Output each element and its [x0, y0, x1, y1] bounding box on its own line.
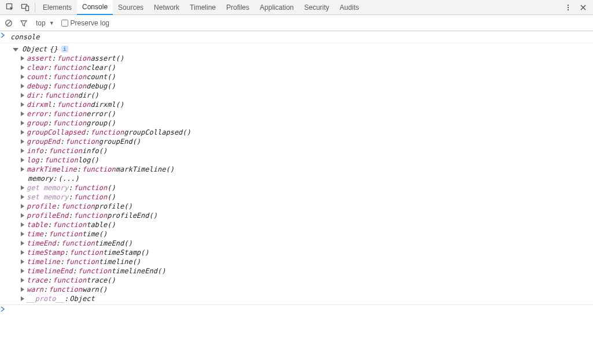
object-property[interactable]: profile: function profile()	[21, 202, 593, 211]
function-keyword: function	[53, 109, 86, 118]
function-name: warn()	[82, 285, 107, 294]
object-property[interactable]: timeStamp: function timeStamp()	[21, 248, 593, 257]
expand-toggle-icon[interactable]	[21, 84, 24, 88]
object-property[interactable]: clear: function clear()	[21, 63, 593, 72]
expand-toggle-icon[interactable]	[21, 195, 24, 199]
expand-toggle-icon[interactable]	[21, 222, 24, 227]
expand-toggle-icon[interactable]	[21, 287, 24, 292]
expand-toggle-icon[interactable]	[21, 65, 24, 70]
svg-rect-2	[25, 6, 28, 11]
property-value: (...)	[58, 174, 79, 183]
object-property[interactable]: count: function count()	[21, 72, 593, 81]
expand-toggle-icon[interactable]	[21, 56, 24, 61]
object-property[interactable]: assert: function assert()	[21, 54, 593, 63]
function-keyword: function	[45, 155, 78, 165]
expand-toggle-icon[interactable]	[21, 213, 24, 218]
device-toolbar-icon[interactable]	[17, 1, 32, 14]
object-property[interactable]: groupEnd: function groupEnd()	[21, 137, 593, 146]
execution-context-selector[interactable]: top ▼	[34, 19, 57, 27]
expand-toggle-icon[interactable]	[21, 204, 24, 209]
expand-toggle-icon[interactable]	[21, 139, 24, 144]
object-property[interactable]: error: function error()	[21, 109, 593, 118]
property-name: error	[27, 109, 47, 118]
tab-console[interactable]: Console	[77, 0, 113, 15]
expand-toggle-icon[interactable]	[21, 121, 24, 125]
console-toolbar: top ▼ Preserve log	[0, 15, 593, 31]
object-property[interactable]: timelineEnd: function timelineEnd()	[21, 266, 593, 276]
expand-toggle-icon[interactable]	[21, 241, 24, 246]
property-name: memory	[28, 174, 53, 183]
filter-icon[interactable]	[19, 18, 29, 28]
function-keyword: function	[49, 229, 82, 239]
clear-console-icon[interactable]	[3, 18, 14, 28]
more-menu-icon[interactable]	[561, 1, 576, 14]
object-property[interactable]: timeline: function timeline()	[21, 257, 593, 266]
expand-toggle-icon[interactable]	[21, 232, 24, 236]
expand-toggle-icon[interactable]	[21, 250, 24, 255]
tab-timeline[interactable]: Timeline	[185, 0, 221, 15]
tab-sources[interactable]: Sources	[113, 0, 149, 15]
inspect-element-icon[interactable]	[2, 1, 17, 14]
function-name: info()	[82, 146, 107, 155]
function-name: table()	[86, 220, 116, 229]
expand-toggle-icon[interactable]	[21, 259, 24, 264]
expand-toggle-icon[interactable]	[21, 278, 24, 283]
property-name: groupEnd	[27, 137, 60, 146]
function-name: markTimeline()	[116, 165, 174, 174]
expand-toggle-icon[interactable]	[21, 102, 24, 107]
object-property[interactable]: timeEnd: function timeEnd()	[21, 239, 593, 248]
property-name: warn	[27, 285, 43, 294]
object-property[interactable]: groupCollapsed: function groupCollapsed(…	[21, 128, 593, 137]
object-property[interactable]: markTimeline: function markTimeline()	[21, 165, 593, 174]
object-property[interactable]: profileEnd: function profileEnd()	[21, 211, 593, 220]
expand-toggle-icon[interactable]	[21, 130, 24, 135]
svg-point-3	[568, 4, 569, 5]
function-name: trace()	[86, 276, 116, 285]
expand-toggle-icon[interactable]	[13, 48, 19, 51]
tab-profiles[interactable]: Profiles	[221, 0, 255, 15]
close-devtools-icon[interactable]	[576, 1, 591, 14]
object-property[interactable]: group: function group()	[21, 118, 593, 128]
tab-application[interactable]: Application	[255, 0, 299, 15]
object-property[interactable]: time: function time()	[21, 229, 593, 239]
object-property[interactable]: __proto__: Object	[21, 294, 593, 303]
console-prompt-row[interactable]	[0, 305, 593, 313]
object-property[interactable]: debug: function debug()	[21, 81, 593, 91]
tab-security[interactable]: Security	[299, 0, 334, 15]
expand-toggle-icon[interactable]	[21, 75, 24, 79]
tab-network[interactable]: Network	[149, 0, 185, 15]
object-property[interactable]: dirxml: function dirxml()	[21, 100, 593, 109]
expand-toggle-icon[interactable]	[21, 158, 24, 162]
expand-toggle-icon[interactable]	[21, 112, 24, 116]
object-property[interactable]: set memory: function ()	[21, 192, 593, 202]
tab-elements[interactable]: Elements	[38, 0, 77, 15]
expand-toggle-icon[interactable]	[21, 185, 24, 190]
function-name: time()	[82, 229, 107, 239]
object-header[interactable]: Object {} i	[10, 44, 593, 54]
object-property[interactable]: log: function log()	[21, 155, 593, 165]
function-keyword: function	[53, 118, 86, 128]
function-keyword: function	[57, 54, 91, 63]
expand-toggle-icon[interactable]	[21, 269, 24, 273]
object-property[interactable]: table: function table()	[21, 220, 593, 229]
console-input-text: console	[9, 32, 593, 42]
expand-toggle-icon[interactable]	[21, 148, 24, 153]
info-icon[interactable]: i	[61, 46, 68, 53]
object-property[interactable]: dir: function dir()	[21, 91, 593, 100]
expand-toggle-icon[interactable]	[21, 93, 24, 98]
object-property[interactable]: get memory: function ()	[21, 183, 593, 192]
object-property[interactable]: memory: (...)	[21, 174, 593, 183]
preserve-log-toggle[interactable]: Preserve log	[61, 19, 109, 27]
function-name: count()	[86, 72, 116, 81]
function-name: error()	[86, 109, 116, 118]
expand-toggle-icon[interactable]	[21, 296, 24, 301]
property-name: __proto__	[27, 294, 64, 303]
object-property[interactable]: trace: function trace()	[21, 276, 593, 285]
tab-audits[interactable]: Audits	[334, 0, 364, 15]
object-property[interactable]: info: function info()	[21, 146, 593, 155]
function-keyword: function	[90, 128, 124, 137]
expand-toggle-icon[interactable]	[21, 167, 24, 172]
preserve-log-checkbox[interactable]	[61, 20, 68, 27]
function-name: timeEnd()	[95, 239, 132, 248]
object-property[interactable]: warn: function warn()	[21, 285, 593, 294]
